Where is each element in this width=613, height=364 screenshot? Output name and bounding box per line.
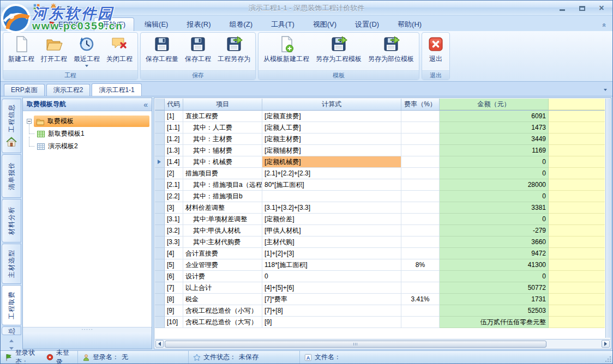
left-tab[interactable]: 主材选型 [2, 244, 21, 284]
cell-code[interactable]: [1.4] [165, 156, 183, 168]
column-header[interactable]: 项目 [183, 99, 262, 110]
cell-extra[interactable] [549, 236, 605, 248]
cell-amount[interactable]: 0 [440, 156, 549, 168]
ribbon-tab[interactable]: ERP(G) [40, 17, 92, 31]
cell-extra[interactable] [549, 282, 605, 294]
cell-extra[interactable] [549, 294, 605, 305]
cell-code[interactable]: [8] [165, 294, 183, 305]
row-indicator[interactable] [155, 236, 165, 248]
ribbon-tab[interactable]: 报表(R) [178, 17, 219, 31]
row-indicator[interactable] [155, 214, 165, 225]
left-tab[interactable]: 工程信息 [2, 99, 21, 153]
cell-amount[interactable]: 3660 [440, 236, 549, 248]
table-row[interactable]: [1.2]其中：主材费[定额主材费]3449 [155, 134, 605, 145]
cell-extra[interactable] [549, 248, 605, 259]
cell-formula[interactable]: [定额主材费] [262, 134, 401, 145]
cell-item[interactable]: 其中：主材费 [183, 134, 262, 145]
row-indicator[interactable] [155, 282, 165, 294]
row-indicator[interactable] [155, 111, 165, 122]
cell-extra[interactable] [549, 259, 605, 271]
cell-formula[interactable]: 0 [262, 271, 401, 282]
save-as-project-template-button[interactable]: 另存为工程模板 [313, 34, 364, 70]
column-header[interactable]: 代码 [165, 99, 183, 110]
cell-extra[interactable] [549, 168, 605, 179]
cell-amount[interactable]: 伍万贰仟伍佰零叁元整 [440, 317, 549, 328]
cell-code[interactable]: [1.2] [165, 134, 183, 145]
cell-item[interactable]: 其中:甲供人材机 [183, 225, 262, 236]
save-project-as-button[interactable]: 工程另存为 [215, 34, 253, 70]
cell-formula[interactable]: [2.1]+[2.2]+[2.3] [262, 168, 401, 179]
cell-formula[interactable]: [4]+[5]+[6] [262, 282, 401, 294]
cell-rate[interactable]: 8% [401, 259, 440, 271]
cell-extra[interactable] [549, 179, 605, 191]
cell-code[interactable]: [1.1] [165, 122, 183, 134]
cell-formula[interactable]: [定额直接费] [262, 111, 401, 122]
cell-item[interactable]: 其中：措施项目a（远程费） [183, 179, 262, 191]
cell-amount[interactable]: 52503 [440, 305, 549, 317]
row-indicator[interactable] [155, 145, 165, 156]
cell-code[interactable]: [7] [165, 282, 183, 294]
table-row[interactable]: [2.2]其中：措施项目b0 [155, 191, 605, 202]
recent-projects-button[interactable]: 最近工程 [71, 34, 103, 70]
cell-item[interactable]: 税金 [183, 294, 262, 305]
ribbon-tab[interactable]: 帮助(H) [389, 17, 430, 31]
minimize-button[interactable] [556, 4, 569, 13]
cell-amount[interactable]: 28000 [440, 179, 549, 191]
tree-item[interactable]: 演示模板2 [25, 140, 149, 153]
table-row[interactable]: [1.4]其中：机械费[定额机械费]0 [155, 156, 605, 168]
cell-code[interactable]: [3.2] [165, 225, 183, 236]
new-from-template-button[interactable]: 从模板新建工程 [261, 34, 312, 70]
cell-extra[interactable] [549, 271, 605, 282]
cell-amount[interactable]: 50772 [440, 282, 549, 294]
cell-rate[interactable] [401, 317, 440, 328]
table-row[interactable]: [1.3]其中：辅材费[定额辅材费]1169 [155, 145, 605, 156]
horizontal-scrollbar[interactable] [155, 339, 610, 348]
table-row[interactable]: [7]以上合计[4]+[5]+[6]50772 [155, 282, 605, 294]
tree-expander-icon[interactable] [27, 119, 32, 124]
column-header[interactable]: 费率（%） [401, 99, 440, 110]
cell-rate[interactable] [401, 179, 440, 191]
scroll-left-button[interactable] [155, 340, 164, 348]
row-indicator[interactable] [155, 259, 165, 271]
cell-item[interactable]: 其中：措施项目b [183, 191, 262, 202]
document-tab[interactable]: 演示工程2 [46, 84, 91, 96]
cell-item[interactable]: 措施项目费 [183, 168, 262, 179]
table-row[interactable]: [3.2]其中:甲供人材机[甲供人材机]-279 [155, 225, 605, 236]
sidebar-splitter[interactable]: ····· [23, 327, 152, 332]
cell-item[interactable]: 含税工程总造价（小写） [183, 305, 262, 317]
cell-amount[interactable]: 0 [440, 214, 549, 225]
table-row[interactable]: [1]直接工程费[定额直接费]6091 [155, 111, 605, 122]
cell-extra[interactable] [549, 214, 605, 225]
cell-amount[interactable]: 0 [440, 168, 549, 179]
ribbon-tab[interactable]: 组卷(Z) [221, 17, 261, 31]
table-row[interactable]: [2.1]其中：措施项目a（远程费）80*[施工面积]28000 [155, 179, 605, 191]
cell-amount[interactable]: 3449 [440, 134, 549, 145]
row-indicator[interactable] [155, 168, 165, 179]
close-project-button[interactable]: 关闭工程 [104, 34, 135, 70]
row-indicator[interactable] [155, 191, 165, 202]
cell-formula[interactable]: [1]+[2]+[3] [262, 248, 401, 259]
cell-item[interactable]: 设计费 [183, 271, 262, 282]
cell-rate[interactable] [401, 271, 440, 282]
cell-code[interactable]: [3.3] [165, 236, 183, 248]
table-row[interactable]: [1.1]其中：人工费[定额人工费]1473 [155, 122, 605, 134]
cell-code[interactable]: [1.3] [165, 145, 183, 156]
cell-item[interactable]: 合计直接费 [183, 248, 262, 259]
cell-formula[interactable]: [定额机械费] [262, 156, 401, 168]
ribbon-tab[interactable]: 视图(V) [305, 17, 345, 31]
cell-item[interactable]: 含税工程总造价（大写） [183, 317, 262, 328]
cell-code[interactable]: [10] [165, 317, 183, 328]
cell-item[interactable]: 企业管理费 [183, 259, 262, 271]
new-project-button[interactable]: 新建工程 [5, 34, 37, 70]
cell-extra[interactable] [549, 145, 605, 156]
cell-extra[interactable] [549, 305, 605, 317]
row-indicator[interactable] [155, 248, 165, 259]
scroll-right-button[interactable] [602, 340, 610, 348]
cell-extra[interactable] [549, 225, 605, 236]
cell-rate[interactable] [401, 225, 440, 236]
tree-item[interactable]: 取费模板 [25, 115, 149, 128]
save-as-part-template-button[interactable]: 另存为部位模板 [365, 34, 417, 70]
cell-amount[interactable]: 41300 [440, 259, 549, 271]
cell-amount[interactable]: -279 [440, 225, 549, 236]
table-row[interactable]: [2]措施项目费[2.1]+[2.2]+[2.3]0 [155, 168, 605, 179]
